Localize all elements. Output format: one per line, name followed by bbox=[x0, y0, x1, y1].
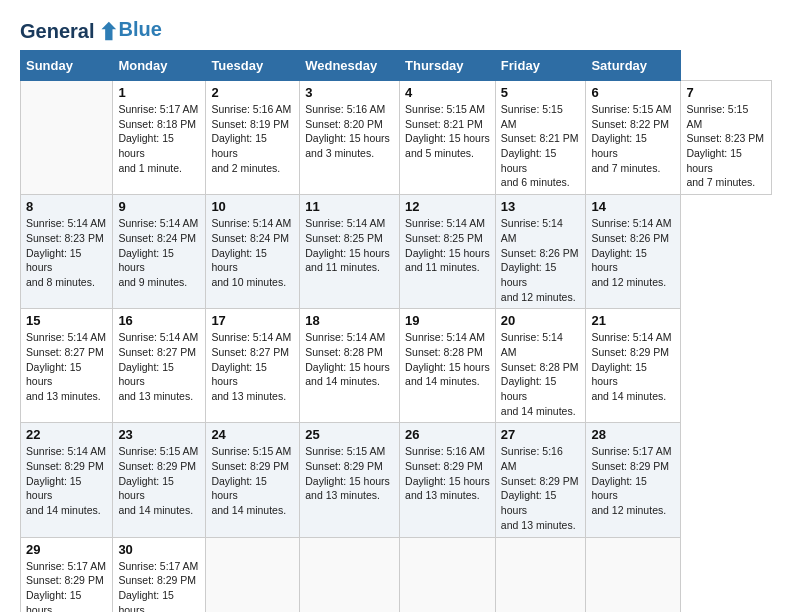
day-info: Sunrise: 5:14 AMSunset: 8:25 PMDaylight:… bbox=[305, 216, 394, 275]
day-number: 8 bbox=[26, 199, 107, 214]
day-number: 18 bbox=[305, 313, 394, 328]
day-number: 26 bbox=[405, 427, 490, 442]
day-cell-26: 26 Sunrise: 5:16 AMSunset: 8:29 PMDaylig… bbox=[400, 423, 496, 537]
day-cell-2: 2 Sunrise: 5:16 AMSunset: 8:19 PMDayligh… bbox=[206, 81, 300, 195]
empty-cell bbox=[495, 537, 586, 612]
day-number: 13 bbox=[501, 199, 581, 214]
day-cell-25: 25 Sunrise: 5:15 AMSunset: 8:29 PMDaylig… bbox=[300, 423, 400, 537]
day-info: Sunrise: 5:15 AMSunset: 8:21 PMDaylight:… bbox=[501, 102, 581, 190]
col-header-sunday: Sunday bbox=[21, 51, 113, 81]
day-info: Sunrise: 5:14 AMSunset: 8:27 PMDaylight:… bbox=[118, 330, 200, 403]
day-cell-24: 24 Sunrise: 5:15 AMSunset: 8:29 PMDaylig… bbox=[206, 423, 300, 537]
day-info: Sunrise: 5:14 AMSunset: 8:28 PMDaylight:… bbox=[501, 330, 581, 418]
day-info: Sunrise: 5:15 AMSunset: 8:22 PMDaylight:… bbox=[591, 102, 675, 175]
day-number: 1 bbox=[118, 85, 200, 100]
day-info: Sunrise: 5:14 AMSunset: 8:27 PMDaylight:… bbox=[26, 330, 107, 403]
day-number: 15 bbox=[26, 313, 107, 328]
empty-cell bbox=[300, 537, 400, 612]
day-cell-6: 6 Sunrise: 5:15 AMSunset: 8:22 PMDayligh… bbox=[586, 81, 681, 195]
day-cell-12: 12 Sunrise: 5:14 AMSunset: 8:25 PMDaylig… bbox=[400, 195, 496, 309]
col-header-saturday: Saturday bbox=[586, 51, 681, 81]
day-number: 19 bbox=[405, 313, 490, 328]
day-cell-30: 30 Sunrise: 5:17 AMSunset: 8:29 PMDaylig… bbox=[113, 537, 206, 612]
day-info: Sunrise: 5:14 AMSunset: 8:24 PMDaylight:… bbox=[118, 216, 200, 289]
col-header-wednesday: Wednesday bbox=[300, 51, 400, 81]
day-number: 3 bbox=[305, 85, 394, 100]
day-cell-8: 8 Sunrise: 5:14 AMSunset: 8:23 PMDayligh… bbox=[21, 195, 113, 309]
day-cell-17: 17 Sunrise: 5:14 AMSunset: 8:27 PMDaylig… bbox=[206, 309, 300, 423]
day-number: 7 bbox=[686, 85, 766, 100]
day-info: Sunrise: 5:17 AMSunset: 8:29 PMDaylight:… bbox=[591, 444, 675, 517]
day-number: 29 bbox=[26, 542, 107, 557]
day-info: Sunrise: 5:15 AMSunset: 8:29 PMDaylight:… bbox=[211, 444, 294, 517]
day-cell-21: 21 Sunrise: 5:14 AMSunset: 8:29 PMDaylig… bbox=[586, 309, 681, 423]
day-number: 17 bbox=[211, 313, 294, 328]
col-header-monday: Monday bbox=[113, 51, 206, 81]
day-cell-13: 13 Sunrise: 5:14 AMSunset: 8:26 PMDaylig… bbox=[495, 195, 586, 309]
day-info: Sunrise: 5:14 AMSunset: 8:29 PMDaylight:… bbox=[26, 444, 107, 517]
day-cell-18: 18 Sunrise: 5:14 AMSunset: 8:28 PMDaylig… bbox=[300, 309, 400, 423]
day-number: 30 bbox=[118, 542, 200, 557]
day-cell-14: 14 Sunrise: 5:14 AMSunset: 8:26 PMDaylig… bbox=[586, 195, 681, 309]
day-cell-29: 29 Sunrise: 5:17 AMSunset: 8:29 PMDaylig… bbox=[21, 537, 113, 612]
day-number: 12 bbox=[405, 199, 490, 214]
empty-cell bbox=[21, 81, 113, 195]
day-info: Sunrise: 5:15 AMSunset: 8:21 PMDaylight:… bbox=[405, 102, 490, 161]
calendar-table: SundayMondayTuesdayWednesdayThursdayFrid… bbox=[20, 50, 772, 612]
col-header-thursday: Thursday bbox=[400, 51, 496, 81]
logo: General Blue bbox=[20, 20, 162, 42]
day-info: Sunrise: 5:14 AMSunset: 8:26 PMDaylight:… bbox=[591, 216, 675, 289]
day-info: Sunrise: 5:17 AMSunset: 8:29 PMDaylight:… bbox=[26, 559, 107, 613]
day-number: 22 bbox=[26, 427, 107, 442]
day-number: 28 bbox=[591, 427, 675, 442]
day-number: 14 bbox=[591, 199, 675, 214]
day-number: 2 bbox=[211, 85, 294, 100]
day-number: 5 bbox=[501, 85, 581, 100]
day-cell-11: 11 Sunrise: 5:14 AMSunset: 8:25 PMDaylig… bbox=[300, 195, 400, 309]
day-info: Sunrise: 5:15 AMSunset: 8:29 PMDaylight:… bbox=[305, 444, 394, 503]
calendar-week-4: 29 Sunrise: 5:17 AMSunset: 8:29 PMDaylig… bbox=[21, 537, 772, 612]
day-number: 16 bbox=[118, 313, 200, 328]
day-cell-23: 23 Sunrise: 5:15 AMSunset: 8:29 PMDaylig… bbox=[113, 423, 206, 537]
day-number: 21 bbox=[591, 313, 675, 328]
day-info: Sunrise: 5:14 AMSunset: 8:26 PMDaylight:… bbox=[501, 216, 581, 304]
day-number: 23 bbox=[118, 427, 200, 442]
day-cell-3: 3 Sunrise: 5:16 AMSunset: 8:20 PMDayligh… bbox=[300, 81, 400, 195]
day-info: Sunrise: 5:14 AMSunset: 8:25 PMDaylight:… bbox=[405, 216, 490, 275]
day-info: Sunrise: 5:16 AMSunset: 8:20 PMDaylight:… bbox=[305, 102, 394, 161]
day-number: 6 bbox=[591, 85, 675, 100]
empty-cell bbox=[206, 537, 300, 612]
day-cell-15: 15 Sunrise: 5:14 AMSunset: 8:27 PMDaylig… bbox=[21, 309, 113, 423]
day-cell-16: 16 Sunrise: 5:14 AMSunset: 8:27 PMDaylig… bbox=[113, 309, 206, 423]
calendar-header-row: SundayMondayTuesdayWednesdayThursdayFrid… bbox=[21, 51, 772, 81]
day-number: 11 bbox=[305, 199, 394, 214]
day-info: Sunrise: 5:17 AMSunset: 8:18 PMDaylight:… bbox=[118, 102, 200, 175]
empty-cell bbox=[586, 537, 681, 612]
empty-cell bbox=[400, 537, 496, 612]
logo-general-text: General bbox=[20, 21, 94, 41]
col-header-tuesday: Tuesday bbox=[206, 51, 300, 81]
day-cell-19: 19 Sunrise: 5:14 AMSunset: 8:28 PMDaylig… bbox=[400, 309, 496, 423]
day-number: 24 bbox=[211, 427, 294, 442]
logo-blue-text: Blue bbox=[118, 19, 161, 39]
day-number: 9 bbox=[118, 199, 200, 214]
day-info: Sunrise: 5:15 AMSunset: 8:29 PMDaylight:… bbox=[118, 444, 200, 517]
day-cell-4: 4 Sunrise: 5:15 AMSunset: 8:21 PMDayligh… bbox=[400, 81, 496, 195]
calendar-week-0: 1 Sunrise: 5:17 AMSunset: 8:18 PMDayligh… bbox=[21, 81, 772, 195]
day-cell-27: 27 Sunrise: 5:16 AMSunset: 8:29 PMDaylig… bbox=[495, 423, 586, 537]
day-number: 25 bbox=[305, 427, 394, 442]
day-cell-22: 22 Sunrise: 5:14 AMSunset: 8:29 PMDaylig… bbox=[21, 423, 113, 537]
calendar-week-3: 22 Sunrise: 5:14 AMSunset: 8:29 PMDaylig… bbox=[21, 423, 772, 537]
day-number: 27 bbox=[501, 427, 581, 442]
day-info: Sunrise: 5:15 AMSunset: 8:23 PMDaylight:… bbox=[686, 102, 766, 190]
day-cell-5: 5 Sunrise: 5:15 AMSunset: 8:21 PMDayligh… bbox=[495, 81, 586, 195]
day-cell-1: 1 Sunrise: 5:17 AMSunset: 8:18 PMDayligh… bbox=[113, 81, 206, 195]
day-info: Sunrise: 5:14 AMSunset: 8:28 PMDaylight:… bbox=[305, 330, 394, 389]
day-cell-10: 10 Sunrise: 5:14 AMSunset: 8:24 PMDaylig… bbox=[206, 195, 300, 309]
day-cell-7: 7 Sunrise: 5:15 AMSunset: 8:23 PMDayligh… bbox=[681, 81, 772, 195]
col-header-friday: Friday bbox=[495, 51, 586, 81]
day-number: 4 bbox=[405, 85, 490, 100]
day-info: Sunrise: 5:14 AMSunset: 8:24 PMDaylight:… bbox=[211, 216, 294, 289]
day-cell-20: 20 Sunrise: 5:14 AMSunset: 8:28 PMDaylig… bbox=[495, 309, 586, 423]
calendar-week-1: 8 Sunrise: 5:14 AMSunset: 8:23 PMDayligh… bbox=[21, 195, 772, 309]
